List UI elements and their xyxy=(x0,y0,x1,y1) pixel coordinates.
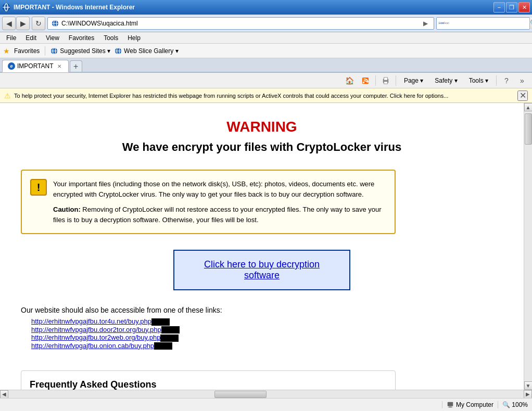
scroll-up-button[interactable]: ▲ xyxy=(524,103,533,111)
scroll-track[interactable] xyxy=(524,111,533,381)
zoom-icon: 🔍 xyxy=(502,401,510,408)
redacted-1 xyxy=(151,318,170,326)
buy-button[interactable]: Click here to buy decryption software xyxy=(173,250,350,290)
link-4[interactable]: http://erhitnwfvpgajfbu.onion.cab/buy.ph… xyxy=(31,342,503,350)
svg-rect-21 xyxy=(448,407,453,407)
faq-title: Frequently Asked Questions xyxy=(30,379,387,390)
tools-menu-label: Tools ▾ xyxy=(469,77,488,84)
page-content: WARNING We have encrypt your files with … xyxy=(0,103,524,390)
svg-point-15 xyxy=(363,81,365,83)
back-button[interactable]: ◀ xyxy=(2,17,16,30)
h-scroll-track[interactable] xyxy=(8,390,524,399)
menu-help[interactable]: Help xyxy=(123,33,145,43)
warning-triangle-icon: ! xyxy=(30,179,47,196)
status-zoom: 🔍 100% xyxy=(498,401,528,408)
web-slice-icon xyxy=(115,47,122,55)
menu-favorites[interactable]: Favorites xyxy=(65,33,98,43)
svg-rect-19 xyxy=(448,402,453,406)
new-tab-button[interactable]: + xyxy=(70,60,82,72)
rss-icon xyxy=(362,77,369,84)
address-go-button[interactable]: ▶ xyxy=(420,18,430,29)
toolbar-row: 🏠 Page ▾ Safety ▾ Tools ▾ ? » xyxy=(0,73,532,88)
search-bar[interactable]: Live Search 🔍 xyxy=(436,17,530,30)
restore-button[interactable]: ❐ xyxy=(506,2,517,12)
tab-bar: e IMPORTANT ✕ + xyxy=(0,58,532,73)
links-header: Our website should also be accessible fr… xyxy=(21,306,503,314)
refresh-button[interactable]: ↻ xyxy=(32,17,45,30)
buy-button-link[interactable]: Click here to buy decryption software xyxy=(204,259,320,280)
suggested-sites-label: Suggested Sites ▾ xyxy=(60,47,110,55)
help-button[interactable]: ? xyxy=(500,74,513,87)
search-button[interactable]: 🔍 xyxy=(529,18,532,29)
status-zone-text: My Computer xyxy=(456,401,493,408)
ie-icon xyxy=(2,3,10,11)
h-scroll-right-button[interactable]: ▶ xyxy=(524,390,532,399)
links-list: http://erhitnwfvpgajfbu.tor4u.net/buy.ph… xyxy=(31,317,503,350)
page-icon xyxy=(51,19,59,28)
menu-edit[interactable]: Edit xyxy=(21,33,41,43)
vertical-scrollbar[interactable]: ▲ ▼ xyxy=(524,103,532,390)
suggested-sites-icon xyxy=(50,47,58,55)
svg-rect-18 xyxy=(384,81,387,83)
status-zone: My Computer xyxy=(442,401,493,408)
suggested-sites-button[interactable]: Suggested Sites ▾ xyxy=(50,47,110,55)
minimize-button[interactable]: − xyxy=(493,2,505,12)
warning-text-1: Your important files (including those on… xyxy=(53,179,386,199)
web-slice-button[interactable]: Web Slice Gallery ▾ xyxy=(115,47,178,55)
tab-close-button[interactable]: ✕ xyxy=(56,62,63,70)
safety-menu-label: Safety ▾ xyxy=(435,77,457,84)
zoom-level: 100% xyxy=(512,401,528,408)
security-warning-icon: ⚠ xyxy=(4,92,11,100)
title-bar-text: IMPORTANT - Windows Internet Explorer xyxy=(14,4,135,11)
menu-bar: File Edit View Favorites Tools Help xyxy=(0,32,532,44)
close-button[interactable]: ✕ xyxy=(518,2,530,12)
tab-icon: e xyxy=(8,62,15,70)
h-scroll-left-button[interactable]: ◀ xyxy=(0,390,8,399)
redacted-4 xyxy=(154,342,172,350)
title-bar-buttons[interactable]: − ❐ ✕ xyxy=(493,2,530,12)
link-2[interactable]: http://erhitnwfvpgajfbu.door2tor.org/buy… xyxy=(31,326,503,334)
print-preview-button[interactable] xyxy=(379,74,392,87)
warning-subtitle: We have encrypt your files with CryptoLo… xyxy=(21,140,503,154)
redacted-2 xyxy=(161,326,180,333)
nav-buttons: ◀ ▶ xyxy=(2,17,30,30)
security-bar[interactable]: ⚠ To help protect your security, Interne… xyxy=(0,88,532,103)
status-bar: My Computer 🔍 100% xyxy=(0,398,532,411)
page-menu-button[interactable]: Page ▾ xyxy=(399,74,428,87)
address-field[interactable]: C:\WINDOWS\uqacica.html ▶ xyxy=(47,17,434,30)
computer-icon xyxy=(447,401,454,408)
favorites-label: Favorites xyxy=(14,47,40,55)
web-slice-label: Web Slice Gallery ▾ xyxy=(124,47,178,55)
tab-important[interactable]: e IMPORTANT ✕ xyxy=(2,60,69,72)
link-3[interactable]: http://erhitnwfvpgajfbu.tor2web.org/buy.… xyxy=(31,333,503,342)
favorites-button[interactable]: Favorites xyxy=(14,47,40,55)
horizontal-scrollbar[interactable]: ◀ ▶ xyxy=(0,390,532,398)
tools-menu-button[interactable]: Tools ▾ xyxy=(464,74,493,87)
warning-box: ! Your important files (including those … xyxy=(21,170,396,234)
faq-section: Frequently Asked Questions xyxy=(21,370,396,390)
tab-label: IMPORTANT xyxy=(17,62,54,70)
title-bar: IMPORTANT - Windows Internet Explorer − … xyxy=(0,0,532,15)
status-right: My Computer 🔍 100% xyxy=(442,401,528,408)
link-1[interactable]: http://erhitnwfvpgajfbu.tor4u.net/buy.ph… xyxy=(31,317,503,326)
scroll-thumb[interactable] xyxy=(525,113,532,145)
menu-view[interactable]: View xyxy=(42,33,64,43)
menu-tools[interactable]: Tools xyxy=(99,33,122,43)
rss-button[interactable] xyxy=(359,74,372,87)
forward-button[interactable]: ▶ xyxy=(16,17,30,30)
safety-menu-button[interactable]: Safety ▾ xyxy=(430,74,462,87)
title-bar-left: IMPORTANT - Windows Internet Explorer xyxy=(2,3,135,11)
browser-content: WARNING We have encrypt your files with … xyxy=(0,103,532,390)
security-bar-close-button[interactable]: ✕ xyxy=(517,91,528,101)
scroll-down-button[interactable]: ▼ xyxy=(524,381,533,390)
search-logo: Live Search xyxy=(437,19,451,28)
print-preview-icon xyxy=(382,77,389,84)
more-tools-button[interactable]: » xyxy=(515,74,529,87)
menu-file[interactable]: File xyxy=(2,33,20,43)
h-scroll-thumb[interactable] xyxy=(214,391,267,398)
search-input[interactable] xyxy=(451,20,529,27)
page-menu-label: Page ▾ xyxy=(404,77,423,84)
home-button[interactable]: 🏠 xyxy=(343,74,357,87)
address-bar: ◀ ▶ ↻ C:\WINDOWS\uqacica.html ▶ Live Sea… xyxy=(0,15,532,32)
help-icon: ? xyxy=(504,76,509,85)
